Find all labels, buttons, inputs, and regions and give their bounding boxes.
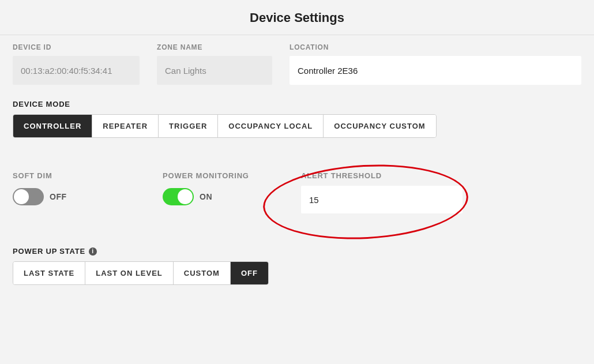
zone-name-field: Can Lights	[157, 56, 272, 85]
power-up-state-label: POWER UP STATE i	[13, 247, 581, 256]
location-field[interactable]: Controller 2E36	[290, 56, 581, 85]
device-mode-option-occupancy-local[interactable]: OCCUPANCY LOCAL	[218, 115, 324, 137]
alert-threshold-label: ALERT THRESHOLD	[301, 171, 468, 180]
power-monitoring-label: POWER MONITORING	[163, 171, 301, 180]
device-mode-group: CONTROLLERREPEATERTRIGGEROCCUPANCY LOCAL…	[13, 114, 437, 138]
power-up-option-off[interactable]: OFF	[231, 262, 268, 284]
soft-dim-label: SOFT DIM	[13, 171, 163, 180]
page-header: Device Settings	[0, 0, 594, 35]
power-monitoring-state: ON	[200, 192, 212, 201]
device-id-field: 00:13:a2:00:40:f5:34:41	[13, 56, 140, 85]
alert-threshold-field[interactable]: 15	[301, 186, 463, 213]
zone-name-label: ZONE NAME	[157, 43, 272, 51]
device-mode-option-repeater[interactable]: REPEATER	[92, 115, 159, 137]
power-monitoring-toggle[interactable]	[163, 188, 194, 205]
page-title: Device Settings	[0, 10, 594, 25]
soft-dim-state: OFF	[50, 192, 67, 201]
device-mode-option-occupancy-custom[interactable]: OCCUPANCY CUSTOM	[324, 115, 435, 137]
soft-dim-toggle[interactable]	[13, 188, 44, 205]
device-mode-option-controller[interactable]: CONTROLLER	[13, 115, 92, 137]
power-up-option-last-state[interactable]: LAST STATE	[13, 262, 85, 284]
location-label: LOCATION	[290, 43, 581, 51]
device-mode-label: DEVICE MODE	[13, 100, 581, 108]
power-up-option-custom[interactable]: CUSTOM	[174, 262, 231, 284]
device-mode-option-trigger[interactable]: TRIGGER	[159, 115, 218, 137]
info-icon[interactable]: i	[89, 247, 97, 256]
power-up-state-group: LAST STATELAST ON LEVELCUSTOMOFF	[13, 261, 269, 285]
power-up-option-last-on-level[interactable]: LAST ON LEVEL	[85, 262, 174, 284]
device-id-label: DEVICE ID	[13, 43, 140, 51]
